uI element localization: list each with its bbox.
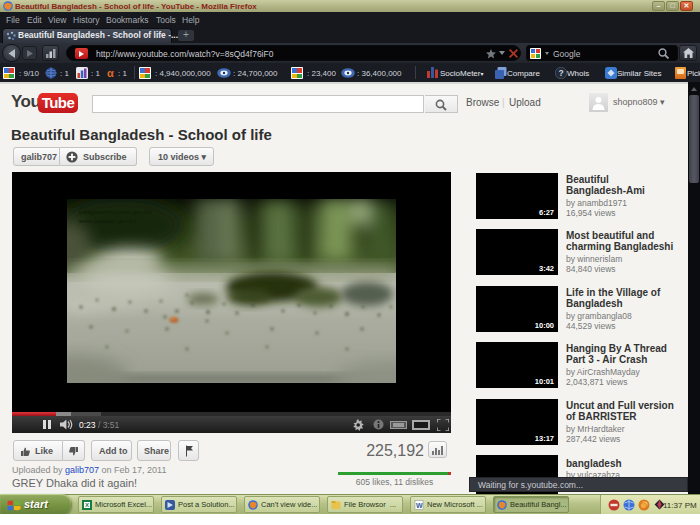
svg-text:www.parjatan.gov.bd: www.parjatan.gov.bd [78, 217, 137, 224]
svg-text:?: ? [558, 68, 563, 78]
svg-text:W: W [416, 502, 423, 509]
svg-text:bangladeshtourism.gov.bd: bangladeshtourism.gov.bd [79, 208, 152, 215]
